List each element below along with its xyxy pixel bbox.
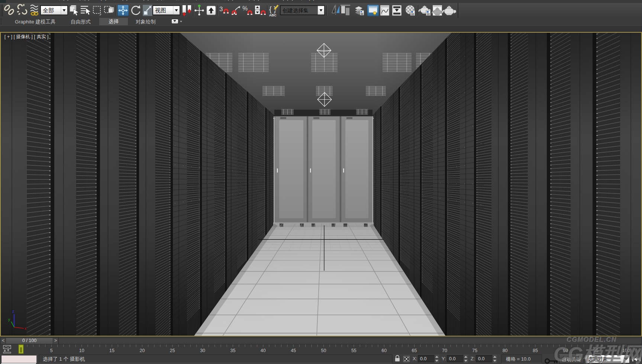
svg-text:ABC: ABC [269,13,277,17]
svg-text:创建选择集: 创建选择集 [283,7,309,13]
svg-text:y: y [8,318,10,322]
svg-text:20: 20 [139,348,145,353]
svg-text:40: 40 [261,348,266,353]
svg-text:z: z [12,309,14,313]
svg-text:70: 70 [442,348,447,353]
svg-text:75: 75 [472,348,477,353]
svg-text:60: 60 [381,348,387,353]
svg-text:视图: 视图 [155,7,166,13]
svg-text:90: 90 [563,348,568,353]
svg-text:85: 85 [533,348,538,353]
svg-text:全部: 全部 [43,7,54,13]
svg-text:5: 5 [50,348,53,353]
svg-text:35: 35 [230,348,235,353]
svg-text:65: 65 [412,348,417,353]
svg-text:3: 3 [219,6,223,13]
svg-text:25: 25 [170,348,175,353]
svg-text:100: 100 [622,348,630,353]
svg-text:15: 15 [109,348,114,353]
svg-text:95: 95 [593,348,599,353]
svg-text:50: 50 [321,348,326,353]
svg-text:%: % [242,5,248,12]
svg-text:30: 30 [200,348,205,353]
svg-text:55: 55 [351,348,357,353]
svg-text:x: x [25,326,26,331]
svg-text:45: 45 [291,348,296,353]
svg-text:80: 80 [503,348,508,353]
svg-text:10: 10 [79,348,84,353]
